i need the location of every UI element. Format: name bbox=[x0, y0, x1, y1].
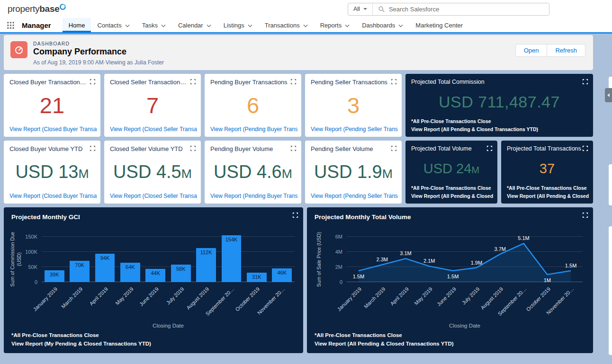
metric-value: USD 13M bbox=[15, 162, 89, 182]
expand-icon[interactable] bbox=[290, 79, 297, 85]
bar-march-2019[interactable]: 70K bbox=[70, 261, 90, 282]
metric-unit: M bbox=[282, 167, 292, 181]
metric-card-projected-total-transactions: Projected Total Transactions37*All Pre-C… bbox=[501, 141, 593, 204]
tab-transactions[interactable]: Transactions bbox=[259, 18, 314, 32]
dashboard-icon bbox=[10, 41, 27, 58]
expand-icon[interactable] bbox=[190, 145, 196, 151]
bar-june-2019[interactable]: 44K bbox=[145, 269, 165, 282]
view-report-link[interactable]: View Report (Pending Seller Transactio… bbox=[311, 126, 398, 133]
metric-value: 7 bbox=[146, 92, 159, 118]
metric-number: 7 bbox=[146, 93, 159, 118]
view-report-link[interactable]: View Report (Closed Buyer Transaction… bbox=[9, 193, 97, 199]
tab-calendar[interactable]: Calendar bbox=[172, 18, 217, 32]
view-report-link[interactable]: View Report (All Pending & Closed Transa… bbox=[315, 340, 454, 348]
dashboard-header-text: DASHBOARD Company Performance As of Aug … bbox=[33, 39, 164, 66]
bar-may-2019[interactable]: 64K bbox=[120, 263, 140, 282]
expand-icon[interactable] bbox=[582, 79, 588, 85]
x-tick-label: May 2019 bbox=[114, 286, 135, 306]
expand-icon[interactable] bbox=[90, 79, 96, 85]
bar-october-2019[interactable]: 31K bbox=[247, 273, 267, 282]
view-report-link[interactable]: View Report (Pending Seller Transactio… bbox=[311, 193, 398, 199]
point-value-label: 2.3M bbox=[376, 257, 387, 262]
view-report-link[interactable]: View Report (Pending Buyer Transacti… bbox=[210, 126, 297, 133]
open-button[interactable]: Open bbox=[515, 44, 547, 57]
y-tick-label: 150K bbox=[25, 234, 37, 240]
expand-icon[interactable] bbox=[486, 145, 493, 151]
chart-footer: *All Pre-Close Transactions Close View R… bbox=[315, 331, 454, 348]
app-launcher-waffle-icon[interactable] bbox=[7, 21, 15, 29]
bar-value-label: 31K bbox=[247, 274, 267, 280]
bar-july-2019[interactable]: 58K bbox=[171, 265, 191, 282]
chevron-down-icon bbox=[248, 22, 252, 29]
metric-unit: M bbox=[382, 167, 393, 181]
chart-footer: *All Pre-Close Transactions Close View R… bbox=[11, 331, 151, 348]
metric-value-wrap: USD 13M bbox=[9, 155, 96, 189]
tab-listings[interactable]: Listings bbox=[217, 18, 259, 32]
x-tick-label: January 2019 bbox=[32, 286, 59, 312]
refresh-button[interactable]: Refresh bbox=[547, 44, 585, 57]
expand-icon[interactable] bbox=[292, 212, 298, 218]
bar-january-2019[interactable]: 39K bbox=[45, 270, 64, 282]
card-title: Pending Seller Transactions bbox=[311, 79, 396, 86]
view-report-link[interactable]: View Report (My Pending & Closed Transac… bbox=[11, 340, 151, 348]
charts-row: Projected Monthly GCI Sum of Commission … bbox=[4, 207, 593, 353]
card-title: Closed Buyer Transaction… bbox=[9, 79, 95, 86]
view-report-link[interactable]: View Report (All Pending & Closed Transa… bbox=[507, 192, 590, 200]
expand-icon[interactable] bbox=[90, 145, 96, 151]
bar-november-20[interactable]: 46K bbox=[272, 268, 292, 282]
view-report-link[interactable]: View Report (All Pending & Closed Transa… bbox=[411, 192, 495, 200]
view-report-link[interactable]: View Report (Closed Buyer Transaction… bbox=[9, 126, 97, 133]
tab-label: Dashboards bbox=[362, 22, 395, 29]
metric-unit: M bbox=[78, 167, 89, 181]
bar-april-2019[interactable]: 94K bbox=[95, 254, 115, 282]
view-report-link[interactable]: View Report (Closed Seller Transaction… bbox=[110, 193, 197, 199]
tab-tasks[interactable]: Tasks bbox=[136, 18, 172, 32]
metric-number: 3 bbox=[347, 93, 360, 118]
bar-august-2019[interactable]: 112K bbox=[196, 248, 216, 282]
metric-value: USD 4.5M bbox=[113, 162, 192, 182]
metric-unit: M bbox=[181, 167, 192, 181]
gridline bbox=[42, 236, 295, 237]
view-report-link[interactable]: View Report (All Pending & Closed Transa… bbox=[411, 125, 590, 133]
metric-number: USD 24 bbox=[423, 161, 472, 176]
x-axis-title: Closing Date bbox=[449, 323, 480, 328]
metric-card-closed-seller-volume-ytd: Closed Seller Volume YTDUSD 4.5MView Rep… bbox=[104, 141, 201, 204]
logo-text: propertybase bbox=[8, 4, 59, 14]
sidebar-toggle-handle[interactable] bbox=[605, 88, 612, 102]
y-tick-label: 100K bbox=[25, 249, 37, 255]
logo-text-regular: property bbox=[8, 4, 39, 14]
tab-dashboards[interactable]: Dashboards bbox=[356, 18, 409, 32]
volume-line-plot: 02M4M6MJanuary 2019March 2019April 2019M… bbox=[347, 237, 583, 282]
y-tick-label: 0 bbox=[340, 279, 342, 285]
bar-value-label: 112K bbox=[196, 249, 216, 255]
search-scope-selector[interactable]: All bbox=[348, 3, 373, 15]
dashboard-actions: Open Refresh bbox=[515, 44, 585, 57]
expand-icon[interactable] bbox=[391, 79, 397, 85]
tab-marketing-center[interactable]: Marketing Center bbox=[409, 18, 469, 32]
tab-home[interactable]: Home bbox=[63, 18, 91, 32]
bar-value-label: 70K bbox=[70, 262, 90, 268]
tab-label: Transactions bbox=[265, 22, 300, 29]
view-report-link[interactable]: View Report (Closed Seller Transaction… bbox=[110, 126, 197, 133]
tab-contacts[interactable]: Contacts bbox=[91, 18, 135, 32]
tab-reports[interactable]: Reports bbox=[314, 18, 356, 32]
search-icon bbox=[378, 6, 385, 12]
expand-icon[interactable] bbox=[290, 145, 297, 151]
bar-september-20[interactable]: 154K bbox=[222, 235, 242, 282]
expand-icon[interactable] bbox=[391, 145, 397, 151]
expand-icon[interactable] bbox=[582, 212, 588, 218]
chevron-down-icon bbox=[345, 22, 350, 29]
chart-footnote: *All Pre-Close Transactions Close bbox=[11, 331, 151, 340]
metric-value-wrap: 7 bbox=[109, 88, 196, 123]
expand-icon[interactable] bbox=[190, 79, 196, 85]
card-title: Closed Buyer Volume YTD bbox=[9, 145, 95, 152]
view-report-link[interactable]: View Report (Pending Buyer Transacti… bbox=[210, 193, 297, 199]
metric-value-wrap: USD 4.6M bbox=[209, 155, 297, 189]
expand-icon[interactable] bbox=[582, 145, 588, 151]
search-input[interactable]: Search Salesforce bbox=[373, 6, 549, 13]
y-tick-label: 0 bbox=[35, 279, 37, 285]
point-value-label: 1.5M bbox=[565, 263, 576, 268]
card-title: Projected Total Transactions bbox=[507, 145, 587, 152]
chevron-down-icon bbox=[125, 22, 130, 29]
bar-value-label: 46K bbox=[272, 270, 292, 275]
